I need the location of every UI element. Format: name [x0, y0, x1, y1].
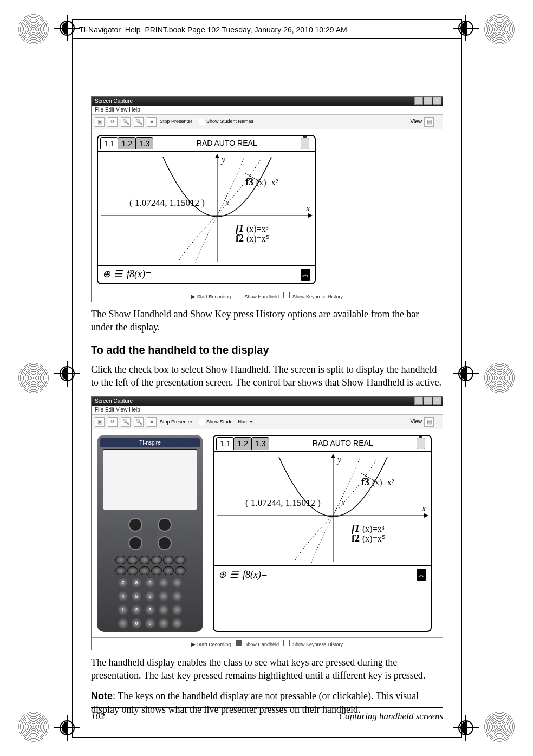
- hh-keyn: 2: [131, 604, 142, 615]
- svg-text:(x)=x⁵: (x)=x⁵: [362, 534, 385, 544]
- hh-key: [139, 556, 150, 564]
- rec-icon-2: ▶: [191, 641, 196, 647]
- window-title-bar-2: Screen Capture _ □ ×: [92, 397, 443, 406]
- toolbar-icon-2b: ⟳: [108, 417, 118, 427]
- hh-key: [127, 566, 138, 575]
- toolbar-zoom-out-icon-2: 🔍: [134, 417, 144, 427]
- menu-bar-2: File Edit View Help: [92, 406, 443, 415]
- note-label: Note: [91, 690, 113, 701]
- handheld-num-keys: 789 456 123 0.: [118, 577, 183, 629]
- svg-text:(x)=x³: (x)=x³: [246, 224, 269, 234]
- hh-keyn: 5: [131, 591, 142, 602]
- graph-icon-2: ⊕: [218, 568, 226, 581]
- toolbar: ▣ ⟳ 🔍 🔍 ■ Stop Presenter Show Student Na…: [92, 115, 443, 129]
- graph-svg-2: y x x f3 (x)=x² f1 (x)=x³ f2 (x)=x⁵ ( 1.…: [214, 452, 431, 565]
- svg-text:(x)=x²: (x)=x²: [256, 178, 278, 187]
- close-icon: ×: [433, 97, 441, 105]
- hh-keyn: 9: [145, 577, 155, 588]
- svg-marker-1: [215, 154, 219, 158]
- hh-keyn: [172, 604, 183, 615]
- hh-keyn: 7: [118, 577, 128, 588]
- hh-keyn: [158, 604, 169, 615]
- svg-text:( 1.07244, 1.15012 ): ( 1.07244, 1.15012 ): [245, 498, 321, 508]
- battery-icon: [301, 138, 309, 149]
- hh-keyn: 8: [131, 577, 142, 588]
- heading-add-handheld: To add the handheld to the display: [91, 343, 443, 357]
- close-icon-2: ×: [433, 397, 441, 405]
- toolbar-stop-label-2: Stop Presenter: [160, 419, 192, 425]
- svg-text:( 1.07244, 1.15012 ): ( 1.07244, 1.15012 ): [129, 198, 205, 208]
- svg-marker-3: [308, 213, 313, 218]
- min-icon-2: _: [414, 397, 423, 405]
- max-icon: □: [424, 97, 432, 105]
- hh-key: [115, 566, 126, 575]
- calc-entry-text: f8(x)=: [127, 268, 152, 281]
- min-icon: _: [414, 97, 423, 105]
- status-showhh: Show Handheld: [244, 294, 279, 299]
- calc-entry-text-2: f8(x)=: [243, 568, 268, 581]
- view-icon-2: ▤: [424, 417, 434, 427]
- hh-key: [175, 566, 186, 575]
- reg-mark-mid-left: [18, 363, 49, 393]
- hh-keyn: 0: [131, 618, 142, 629]
- view-label-2: View: [411, 418, 422, 426]
- hh-keyn: [158, 591, 169, 602]
- toolbar-zoom-in-icon: 🔍: [121, 117, 131, 127]
- svg-text:x: x: [306, 204, 310, 213]
- hh-key: [151, 556, 162, 564]
- status-showkh-checkbox-1: [283, 292, 290, 298]
- window-control-buttons: _ □ ×: [414, 97, 441, 105]
- svg-text:f2: f2: [352, 533, 360, 544]
- calc-status-2: RAD AUTO REAL: [313, 438, 373, 448]
- page: TI-Navigator_Help_PRINT.book Page 102 Tu…: [72, 19, 462, 738]
- svg-text:x: x: [225, 199, 229, 206]
- page-footer: 102 Capturing handheld screens: [91, 707, 443, 722]
- toolbar-2: ▣ ⟳ 🔍 🔍 ■ Stop Presenter Show Student Na…: [92, 415, 443, 429]
- svg-text:x: x: [341, 499, 345, 506]
- toolbar-icon-1b: ▣: [95, 417, 105, 427]
- rec-icon: ▶: [191, 294, 196, 299]
- calc-top-bar: 1.1 1.2 1.3 RAD AUTO REAL: [98, 136, 315, 152]
- handheld-brand: TI-nspire: [100, 438, 200, 448]
- graph-icon: ⊕: [102, 268, 110, 281]
- hh-keyn: 3: [145, 604, 155, 615]
- tab-1-1b: 1.1: [216, 437, 234, 450]
- hh-key: [163, 556, 174, 564]
- hh-key: [115, 556, 126, 564]
- paragraph-3: The handheld display enables the class t…: [91, 656, 443, 682]
- handheld-dpad: [128, 518, 172, 550]
- tab-1-3: 1.3: [135, 137, 153, 150]
- hh-keyn: [172, 577, 183, 588]
- hh-keyn: 1: [118, 604, 128, 615]
- calculator-screen-2: 1.1 1.2 1.3 RAD AUTO REAL: [213, 435, 432, 633]
- hh-keyn: 6: [145, 591, 155, 602]
- svg-text:(x)=x³: (x)=x³: [362, 524, 385, 534]
- svg-text:(x)=x²: (x)=x²: [372, 478, 394, 487]
- show-student-names-checkbox-2: [199, 419, 205, 425]
- paragraph-1: The Show Handheld and Show Key press His…: [91, 308, 443, 334]
- view-icon: ▤: [424, 117, 434, 127]
- svg-text:(x)=x⁵: (x)=x⁵: [246, 234, 269, 244]
- svg-text:x: x: [421, 504, 426, 513]
- window-title-bar: Screen Capture _ □ ×: [92, 97, 443, 106]
- reg-mark-bottom-right: [484, 712, 515, 742]
- svg-text:f1: f1: [236, 223, 244, 234]
- dpad-key-bl: [128, 536, 142, 550]
- toolbar-zoom-out-icon: 🔍: [134, 117, 144, 127]
- paragraph-2: Click the check box to select Show Handh…: [91, 363, 443, 389]
- reg-mark-top-right: [484, 14, 515, 44]
- hh-keyn: [118, 618, 128, 629]
- battery-icon-2: [417, 438, 425, 449]
- toolbar-zoom-in-icon-2: 🔍: [121, 417, 131, 427]
- print-header: TI-Navigator_Help_PRINT.book Page 102 Tu…: [73, 20, 461, 39]
- screenshot-1: Screen Capture _ □ × File Edit View Help…: [91, 96, 443, 302]
- app-body-1: 1.1 1.2 1.3 RAD AUTO REAL: [92, 129, 443, 290]
- show-student-names-label-2: Show Student Names: [206, 419, 253, 425]
- calc-status: RAD AUTO REAL: [197, 138, 257, 148]
- hh-keyn: [158, 577, 169, 588]
- page-number: 102: [91, 711, 105, 722]
- window-control-buttons-2: _ □ ×: [414, 397, 441, 405]
- calc-entry-bar-1: ⊕ ☰ f8(x)= ︽: [98, 265, 315, 283]
- dpad-key-tr: [158, 518, 172, 532]
- app-body-2: TI-nspire 789: [92, 429, 443, 638]
